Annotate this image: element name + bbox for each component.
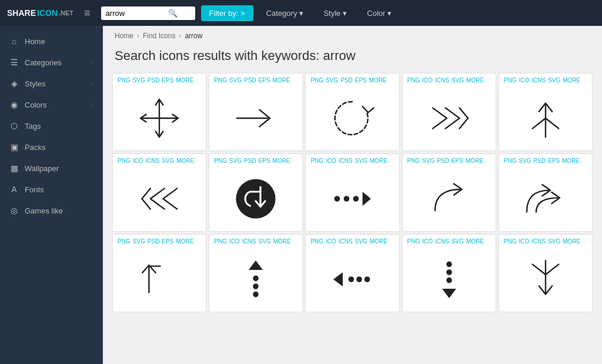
sidebar-item-home-label: Home (25, 37, 45, 46)
sidebar-item-colors[interactable]: ◉ Colors › (0, 94, 103, 115)
chevron-right-icon-3: › (92, 102, 93, 108)
svg-line-9 (546, 118, 558, 129)
svg-point-21 (253, 292, 259, 298)
icon-card-move-arrows[interactable]: PNGSVGPSDEPSMORE (112, 73, 206, 151)
icon-img-up-fork (499, 86, 592, 151)
icon-card-double-left[interactable]: PNGICOICNSSVGMORE (112, 153, 206, 232)
icon-img-up-dots (209, 247, 302, 312)
sidebar-item-styles[interactable]: ◈ Styles › (0, 73, 103, 94)
icon-formats-15: PNGICOICNSSVGMORE (499, 235, 592, 247)
page-title: Search icons results with keywords: arro… (103, 46, 602, 73)
header: SHAREICON.NET ≡ 🔍 Filter by: > Category … (0, 0, 602, 26)
sidebar-item-styles-label: Styles (25, 79, 45, 88)
icon-img-double-left (113, 166, 206, 231)
sidebar-item-packs-label: Packs (25, 143, 45, 152)
svg-line-31 (532, 264, 545, 275)
breadcrumb-find-icons[interactable]: Find Icons (143, 32, 175, 40)
icon-card-refresh-arrow[interactable]: PNGSVGPSDEPSMORE (305, 73, 399, 151)
sidebar-item-home[interactable]: ⌂ Home (0, 31, 103, 52)
style-button[interactable]: Style ▾ (316, 5, 354, 21)
svg-point-23 (349, 276, 354, 282)
icon-img-right-arrow (209, 86, 302, 151)
icon-img-fork-down (499, 247, 592, 312)
games-icon: ◎ (9, 206, 19, 215)
wallpaper-icon: ▦ (9, 163, 19, 173)
sidebar-item-packs[interactable]: ▣ Packs (0, 136, 103, 158)
icon-card-back-dots[interactable]: PNGICOICNSSVGMORE (305, 234, 399, 312)
svg-marker-29 (442, 289, 456, 298)
chevron-right-icon-2: › (92, 81, 93, 87)
sidebar-item-games-label: Games like (25, 206, 63, 215)
icon-img-dots-forward (306, 166, 399, 231)
categories-icon: ☰ (9, 58, 19, 67)
svg-point-28 (446, 278, 452, 283)
icon-formats-13: PNGICOICNSSVGMORE (306, 235, 399, 247)
sidebar-item-tags[interactable]: ⬡ Tags (0, 115, 103, 136)
search-icon[interactable]: 🔍 (168, 9, 178, 18)
svg-line-8 (532, 118, 545, 129)
svg-line-5 (459, 108, 467, 118)
content-area: Home › Find Icons › arrow Search icons r… (103, 26, 602, 364)
sidebar-item-wallpaper[interactable]: ▦ Wallpaper (0, 158, 103, 179)
sidebar-item-games[interactable]: ◎ Games like (0, 200, 103, 221)
logo-net: .NET (59, 9, 73, 16)
icon-formats-1: PNGSVGPSDEPSMORE (113, 74, 206, 86)
icon-card-up-fork[interactable]: PNGICOICNSSVGMORE (499, 73, 593, 151)
fonts-icon: A (9, 185, 19, 194)
svg-line-6 (459, 118, 467, 129)
category-button[interactable]: Category ▾ (259, 5, 311, 21)
sidebar: ⌂ Home ☰ Categories › ◈ Styles › ◉ Color… (0, 26, 103, 364)
icon-img-move-arrows (113, 86, 206, 151)
icon-img-uturn (209, 166, 302, 231)
svg-point-12 (236, 179, 276, 218)
sidebar-item-wallpaper-label: Wallpaper (25, 164, 59, 173)
svg-point-14 (335, 196, 340, 202)
breadcrumb: Home › Find Icons › arrow (103, 26, 602, 46)
icon-card-double-curve-right[interactable]: PNGSVGPSDEPSMORE (499, 153, 593, 232)
tags-icon: ⬡ (9, 121, 19, 131)
icon-formats-5: PNGICOICNSSVGMORE (499, 74, 592, 86)
icon-img-back-dots (306, 247, 399, 312)
icon-card-turn-left[interactable]: PNGSVGPSDEPSMORE (112, 234, 206, 312)
icon-img-down-dots (403, 247, 496, 312)
icon-formats-11: PNGSVGPSDEPSMORE (113, 235, 206, 247)
icon-card-right-arrow[interactable]: PNGSVGPSDEPSMORE (209, 73, 303, 151)
icon-card-up-dots[interactable]: PNGICOICNSSVGMORE (209, 234, 303, 312)
svg-point-25 (364, 276, 370, 282)
filter-button[interactable]: Filter by: > (201, 5, 253, 21)
icon-formats-7: PNGSVGPSDEPSMORE (209, 154, 302, 166)
svg-point-26 (446, 262, 452, 268)
icon-formats-6: PNGICOICNSSVGMORE (113, 154, 206, 166)
icon-card-curve-right[interactable]: PNGSVGPSDEPSMORE (402, 153, 496, 232)
search-input[interactable] (106, 9, 165, 18)
svg-point-27 (446, 269, 452, 275)
home-icon: ⌂ (9, 36, 19, 46)
icon-formats-3: PNGSVGPSDEPSMORE (306, 74, 399, 86)
icon-img-turn-left (113, 247, 206, 312)
hamburger-icon[interactable]: ≡ (84, 7, 91, 19)
icon-img-refresh-arrow (306, 86, 399, 151)
color-button[interactable]: Color ▾ (360, 5, 399, 21)
icon-card-fork-down[interactable]: PNGICOICNSSVGMORE (499, 234, 593, 312)
sidebar-item-tags-label: Tags (25, 122, 41, 131)
icon-grid: PNGSVGPSDEPSMORE (103, 73, 602, 322)
svg-marker-17 (363, 192, 371, 206)
svg-point-16 (353, 196, 359, 202)
breadcrumb-home[interactable]: Home (115, 32, 133, 40)
sidebar-item-categories[interactable]: ☰ Categories › (0, 52, 103, 73)
chevron-right-icon: › (92, 59, 93, 66)
icon-card-uturn[interactable]: PNGSVGPSDEPSMORE (209, 153, 303, 232)
sidebar-item-fonts[interactable]: A Fonts (0, 179, 103, 200)
svg-point-19 (253, 276, 259, 282)
logo-share: SHARE (7, 8, 36, 18)
logo-icon-text: ICON (37, 8, 58, 18)
svg-point-20 (253, 283, 259, 289)
icon-card-down-dots[interactable]: PNGICOICNSSVGMORE (402, 234, 496, 312)
icon-card-double-right[interactable]: PNGICOICNSSVGMORE (402, 73, 496, 151)
icon-card-dots-forward[interactable]: PNGICOICNSSVGMORE (305, 153, 399, 232)
icon-img-double-curve-right (499, 166, 592, 231)
packs-icon: ▣ (9, 142, 19, 152)
sidebar-item-categories-label: Categories (25, 58, 62, 67)
icon-formats-14: PNGICOICNSSVGMORE (403, 235, 496, 247)
icon-img-double-right (403, 86, 496, 151)
